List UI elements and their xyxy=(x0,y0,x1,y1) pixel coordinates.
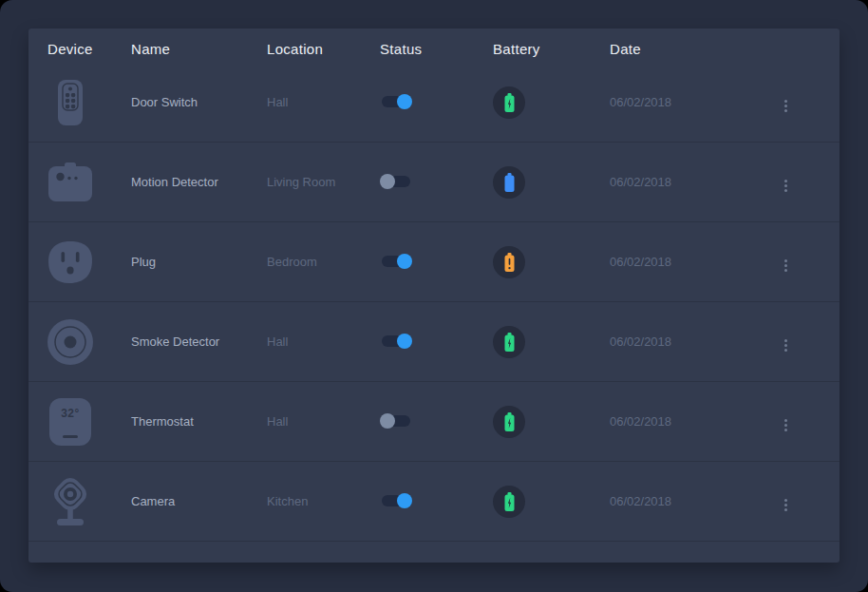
device-date: 06/02/2018 xyxy=(610,494,764,508)
table-row: Door Switch Hall 06/02/2018 xyxy=(28,63,840,143)
toggle-knob xyxy=(397,493,412,508)
table-header: Device Name Location Status Battery Date xyxy=(28,29,840,63)
toggle-knob xyxy=(380,413,395,429)
device-name: Plug xyxy=(131,255,267,269)
device-location: Kitchen xyxy=(267,494,380,508)
device-date: 06/02/2018 xyxy=(610,334,764,349)
table-row: Plug Bedroom 06/02/2018 xyxy=(28,222,840,302)
col-header-location: Location xyxy=(267,41,380,57)
battery-indicator xyxy=(493,86,525,119)
more-options-button[interactable] xyxy=(781,176,791,196)
battery-indicator xyxy=(493,486,525,518)
more-options-button[interactable] xyxy=(781,495,791,515)
device-date: 06/02/2018 xyxy=(610,414,764,429)
toggle-knob xyxy=(397,254,412,269)
col-header-device: Device xyxy=(28,41,131,57)
motion-detector-icon xyxy=(48,162,92,201)
device-name: Smoke Detector xyxy=(131,334,267,349)
more-options-button[interactable] xyxy=(781,96,791,116)
smoke-detector-icon xyxy=(47,319,93,365)
device-name: Thermostat xyxy=(131,414,267,429)
col-header-name: Name xyxy=(131,41,267,57)
table-row: Motion Detector Living Room 06/02/2018 xyxy=(28,143,840,222)
battery-charging-icon xyxy=(502,490,517,513)
devices-table: Device Name Location Status Battery Date xyxy=(28,29,840,563)
status-toggle[interactable] xyxy=(382,96,410,107)
battery-indicator xyxy=(493,246,525,278)
device-location: Bedroom xyxy=(267,255,380,269)
table-row: Smoke Detector Hall 06/02/2018 xyxy=(28,302,840,382)
status-toggle[interactable] xyxy=(382,335,410,347)
battery-low-icon xyxy=(502,251,517,274)
status-toggle[interactable] xyxy=(382,415,410,427)
device-location: Hall xyxy=(267,334,380,349)
plug-outlet-icon xyxy=(48,241,92,283)
camera-icon xyxy=(48,475,92,528)
device-location: Living Room xyxy=(267,175,380,189)
device-date: 06/02/2018 xyxy=(610,255,764,269)
door-switch-remote-icon xyxy=(58,80,83,125)
thermostat-icon: 32° xyxy=(49,398,91,446)
battery-indicator xyxy=(493,166,525,199)
more-options-button[interactable] xyxy=(781,256,791,276)
device-date: 06/02/2018 xyxy=(610,175,764,189)
battery-indicator xyxy=(493,406,525,438)
thermostat-temperature: 32° xyxy=(61,407,80,446)
battery-charging-icon xyxy=(502,331,517,353)
toggle-knob xyxy=(397,94,412,109)
device-name: Motion Detector xyxy=(131,175,267,189)
battery-full-icon xyxy=(502,171,517,194)
table-row: Camera Kitchen 06/02/2018 xyxy=(28,462,840,542)
more-options-button[interactable] xyxy=(781,335,791,355)
battery-charging-icon xyxy=(502,411,517,433)
battery-indicator xyxy=(493,326,525,358)
col-header-status: Status xyxy=(380,41,493,57)
table-row: 32° Thermostat Hall 06/02/2018 xyxy=(28,382,840,462)
status-toggle[interactable] xyxy=(382,495,410,506)
col-header-date: Date xyxy=(610,41,764,57)
battery-charging-icon xyxy=(502,91,517,114)
status-toggle[interactable] xyxy=(382,176,410,187)
status-toggle[interactable] xyxy=(382,256,410,267)
device-location: Hall xyxy=(267,414,380,429)
col-header-battery: Battery xyxy=(493,41,610,57)
device-location: Hall xyxy=(267,95,380,109)
device-date: 06/02/2018 xyxy=(610,95,764,109)
toggle-knob xyxy=(397,334,412,349)
device-name: Camera xyxy=(131,494,267,508)
toggle-knob xyxy=(380,174,395,189)
more-options-button[interactable] xyxy=(781,415,791,435)
device-name: Door Switch xyxy=(131,95,267,109)
app-background: Device Name Location Status Battery Date xyxy=(0,0,868,592)
